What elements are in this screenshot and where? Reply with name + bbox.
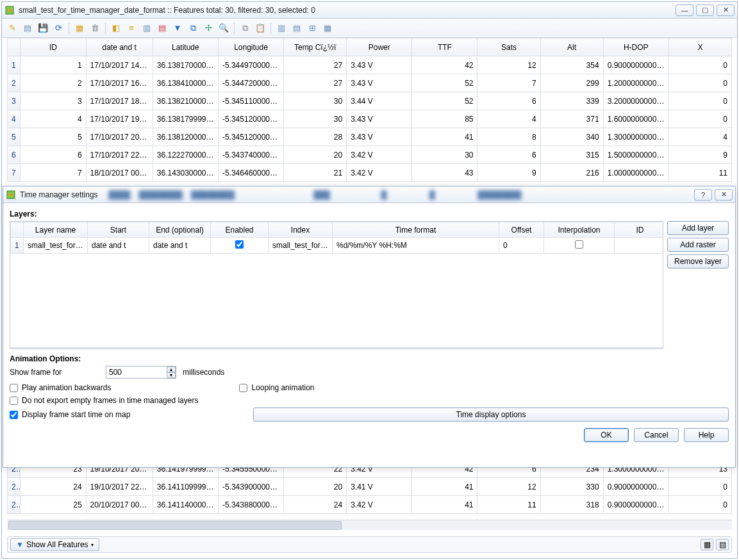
cell-ttf[interactable]: 41 <box>412 128 477 146</box>
dialog-titlebar[interactable]: Time manager settings ████ ████████ ████… <box>3 186 735 203</box>
cell-lat[interactable]: 36.13821000000… <box>153 92 218 110</box>
table-row[interactable]: 4417/10/2017 19:0036.13817999999…-5.3451… <box>8 110 732 128</box>
new-column-icon[interactable]: ▥ <box>275 22 288 35</box>
cell-lon[interactable]: -5.34512000000… <box>218 128 283 146</box>
cell-ttf[interactable]: 85 <box>412 110 477 128</box>
cell-lon[interactable]: -5.34511000000… <box>218 92 283 110</box>
layer-col-header[interactable]: Layer name <box>24 222 88 238</box>
layer-col-header[interactable]: Start <box>88 222 149 238</box>
col-header[interactable]: TTF <box>412 38 477 56</box>
layer-index-cell[interactable]: small_test_for_t… <box>269 238 333 254</box>
display-start-row[interactable]: Display frame start time on map <box>10 410 247 419</box>
cell-lon[interactable]: -5.34472000000… <box>218 74 283 92</box>
cell-hdop[interactable]: 1.600000000000… <box>603 110 668 128</box>
layer-offset-cell[interactable]: 0 <box>499 238 544 254</box>
cell-power[interactable]: 3.43 V <box>347 74 412 92</box>
deselect-icon[interactable]: ▥ <box>140 22 153 35</box>
cell-date[interactable]: 17/10/2017 22:00 <box>86 146 153 164</box>
cell-lon[interactable]: -5.34512000000… <box>218 110 283 128</box>
layer-col-header[interactable]: End (optional) <box>149 222 211 238</box>
cell-alt[interactable]: 339 <box>540 92 603 110</box>
table-view-button[interactable]: ▤ <box>716 539 729 550</box>
table-row[interactable]: 242419/10/2017 22:0036.14110999999…-5.34… <box>8 478 732 496</box>
enabled-checkbox[interactable] <box>235 240 244 249</box>
layer-col-header[interactable]: Offset <box>499 222 544 238</box>
add-raster-button[interactable]: Add raster <box>667 238 729 252</box>
cell-date[interactable]: 18/10/2017 00:00 <box>86 164 153 182</box>
cell-alt[interactable]: 216 <box>540 164 603 182</box>
col-header[interactable]: Latitude <box>153 38 218 56</box>
cell-power[interactable]: 3.41 V <box>347 478 412 496</box>
cell-id[interactable]: 2 <box>21 74 86 92</box>
display-start-checkbox[interactable] <box>10 411 18 419</box>
cell-date[interactable]: 17/10/2017 14:00 <box>86 56 153 74</box>
cell-power[interactable]: 3.43 V <box>347 56 412 74</box>
spin-down-button[interactable]: ▼ <box>167 372 176 378</box>
cell-x[interactable]: 0 <box>668 478 731 496</box>
cell-lon[interactable]: -5.34497000000… <box>218 56 283 74</box>
show-all-features-button[interactable]: ▼ Show All Features ▾ <box>10 538 99 551</box>
noexport-row[interactable]: Do not export empty frames in time manag… <box>10 396 729 405</box>
cell-alt[interactable]: 371 <box>540 110 603 128</box>
add-layer-button[interactable]: Add layer <box>667 221 729 235</box>
cell-power[interactable]: 3.44 V <box>347 92 412 110</box>
paste-icon[interactable]: 📋 <box>254 22 267 35</box>
cell-rownum[interactable]: 5 <box>8 128 21 146</box>
cell-date[interactable]: 17/10/2017 18:00 <box>86 92 153 110</box>
cell-ttf[interactable]: 30 <box>412 146 477 164</box>
layer-col-header[interactable]: Interpolation <box>544 222 615 238</box>
maximize-button[interactable]: ▢ <box>696 4 714 16</box>
add-feature-icon[interactable]: ▦ <box>73 22 86 35</box>
attribute-table[interactable]: IDdate and tLatitudeLongitudeTemp Cï¿½ïP… <box>7 38 732 182</box>
layer-start-cell[interactable]: date and t <box>88 238 149 254</box>
col-header[interactable]: Power <box>347 38 412 56</box>
save-icon[interactable]: 💾 <box>37 22 49 35</box>
cell-temp[interactable]: 27 <box>284 74 347 92</box>
layer-row[interactable]: 1 small_test_for_t… date and t date and … <box>11 238 663 254</box>
move-top-icon[interactable]: ⧉ <box>187 22 199 35</box>
frame-duration-input[interactable] <box>106 366 176 379</box>
cell-rownum[interactable]: 25 <box>8 496 21 514</box>
cell-x[interactable]: 0 <box>668 110 731 128</box>
cell-date[interactable]: 17/10/2017 19:00 <box>86 110 153 128</box>
cell-x[interactable]: 0 <box>668 56 731 74</box>
cell-power[interactable]: 3.43 V <box>347 110 412 128</box>
layer-col-header[interactable]: Time format <box>333 222 499 238</box>
cell-x[interactable]: 0 <box>668 496 731 514</box>
cell-id[interactable]: 6 <box>21 146 86 164</box>
cell-temp[interactable]: 30 <box>284 110 347 128</box>
cell-date[interactable]: 17/10/2017 20:00 <box>86 128 153 146</box>
cell-lon[interactable]: -5.34374000000… <box>218 146 283 164</box>
cell-power[interactable]: 3.42 V <box>347 496 412 514</box>
form-view-button[interactable]: ▦ <box>701 539 713 550</box>
cell-power[interactable]: 3.42 V <box>347 164 412 182</box>
cell-sats[interactable]: 6 <box>477 92 540 110</box>
cell-alt[interactable]: 315 <box>540 146 603 164</box>
cell-sats[interactable]: 12 <box>477 478 540 496</box>
dialog-help-button[interactable]: ? <box>694 189 712 201</box>
cell-x[interactable]: 11 <box>668 164 731 182</box>
interp-checkbox[interactable] <box>575 240 583 249</box>
cell-rownum[interactable]: 1 <box>8 56 21 74</box>
cell-rownum[interactable]: 24 <box>8 478 21 496</box>
noexport-checkbox[interactable] <box>10 397 18 405</box>
cell-hdop[interactable]: 0.900000000000… <box>603 56 668 74</box>
play-backwards-row[interactable]: Play animation backwards <box>10 383 111 392</box>
copy-icon[interactable]: ⧉ <box>238 22 251 35</box>
table-row[interactable]: 5517/10/2017 20:0036.13812000000…-5.3451… <box>8 128 732 146</box>
cell-id[interactable]: 25 <box>21 496 86 514</box>
layer-interp-cell[interactable] <box>544 238 615 254</box>
cell-hdop[interactable]: 3.200000000000… <box>603 92 668 110</box>
cell-ttf[interactable]: 52 <box>412 92 477 110</box>
cell-ttf[interactable]: 42 <box>412 56 477 74</box>
refresh-icon[interactable]: ⟳ <box>52 22 65 35</box>
layer-end-cell[interactable]: date and t <box>149 238 211 254</box>
cell-date[interactable]: 20/10/2017 00:00 <box>86 496 153 514</box>
cell-hdop[interactable]: 0.900000000000… <box>603 478 668 496</box>
looping-row[interactable]: Looping animation <box>239 383 314 392</box>
cell-x[interactable]: 0 <box>668 74 731 92</box>
cell-alt[interactable]: 299 <box>540 74 603 92</box>
dialog-close-button[interactable]: ✕ <box>715 189 733 201</box>
col-header[interactable]: Temp Cï¿½ï <box>284 38 347 56</box>
time-display-options-button[interactable]: Time display options <box>253 408 729 422</box>
